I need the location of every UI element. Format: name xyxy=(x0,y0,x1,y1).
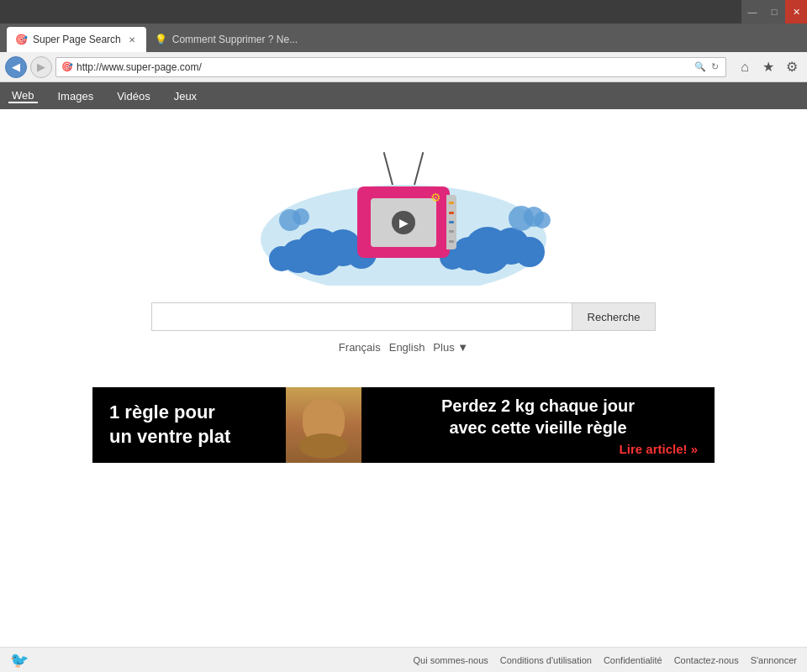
address-bar-row: ◀ ▶ 🎯 http://www.super-page.com/ 🔍 ↻ ⌂ ★… xyxy=(0,52,807,82)
svg-point-13 xyxy=(534,212,551,228)
nav-bar: Web Images Vidéos Jeux xyxy=(0,82,807,109)
tab-label-2: Comment Supprimer ? Ne... xyxy=(172,34,298,45)
logo-area: ⚙ ▶ xyxy=(227,126,580,286)
search-button[interactable]: Recherche xyxy=(572,302,657,331)
tv-dot-5 xyxy=(449,240,454,243)
nav-item-images[interactable]: Images xyxy=(55,90,98,102)
window-controls: — □ ✕ xyxy=(741,0,807,24)
footer-bird-icon: 🐦 xyxy=(10,651,29,669)
browser-actions: ⌂ ★ ⚙ xyxy=(735,57,802,77)
footer-link-confidentialite[interactable]: Confidentialité xyxy=(604,655,662,665)
lang-english[interactable]: English xyxy=(389,341,425,354)
forward-button[interactable]: ▶ xyxy=(30,56,52,78)
nav-item-videos[interactable]: Vidéos xyxy=(113,90,154,102)
tab-favicon-2: 💡 xyxy=(155,34,167,45)
footer-link-annoncer[interactable]: S'annoncer xyxy=(751,655,797,665)
ad-image xyxy=(286,387,361,463)
nav-item-jeux[interactable]: Jeux xyxy=(171,90,200,102)
favorites-button[interactable]: ★ xyxy=(758,57,778,77)
title-bar: — □ ✕ xyxy=(0,0,807,24)
tab-comment-supprimer[interactable]: 💡 Comment Supprimer ? Ne... xyxy=(146,27,306,52)
maximize-button[interactable]: □ xyxy=(763,0,785,24)
back-button[interactable]: ◀ xyxy=(5,56,27,78)
footer: 🐦 Qui sommes-nous Conditions d'utilisati… xyxy=(0,647,807,672)
footer-logo: 🐦 xyxy=(10,651,29,669)
footer-link-conditions[interactable]: Conditions d'utilisation xyxy=(500,655,592,665)
settings-button[interactable]: ⚙ xyxy=(782,57,802,77)
antenna-left xyxy=(383,152,393,185)
ad-left-text: 1 règle pour un ventre plat xyxy=(92,388,286,461)
ad-link[interactable]: Lire article! » xyxy=(378,442,698,456)
ad-right-content: Perdez 2 kg chaque jour avec cette vieil… xyxy=(361,387,715,463)
svg-point-15 xyxy=(293,208,309,225)
footer-link-contact[interactable]: Contactez-nous xyxy=(674,655,739,665)
language-links: Français English Plus ▼ xyxy=(339,341,468,354)
tv-dot-3 xyxy=(449,221,454,223)
tv-screen: ▶ xyxy=(371,198,436,247)
tv-dot-4 xyxy=(449,230,454,233)
tab-favicon-1: 🎯 xyxy=(15,34,28,45)
tab-label-1: Super Page Search xyxy=(33,34,121,45)
footer-link-qui[interactable]: Qui sommes-nous xyxy=(414,655,488,665)
address-box[interactable]: 🎯 http://www.super-page.com/ 🔍 ↻ xyxy=(55,57,726,77)
antenna-right xyxy=(414,152,424,185)
svg-point-8 xyxy=(514,237,545,267)
home-button[interactable]: ⌂ xyxy=(735,57,755,77)
site-favicon-icon: 🎯 xyxy=(61,61,73,72)
tab-super-page-search[interactable]: 🎯 Super Page Search ✕ xyxy=(7,27,146,52)
tv-gear-icon: ⚙ xyxy=(430,191,441,204)
tv-dot-2 xyxy=(449,212,454,214)
svg-point-5 xyxy=(269,246,294,271)
minimize-button[interactable]: — xyxy=(741,0,763,24)
lang-plus[interactable]: Plus ▼ xyxy=(433,341,468,354)
url-text: http://www.super-page.com/ xyxy=(76,61,689,73)
tv-antennas xyxy=(392,151,415,185)
lang-francais[interactable]: Français xyxy=(339,341,381,354)
ad-main-text: Perdez 2 kg chaque jour avec cette vieil… xyxy=(378,395,698,438)
tv-body: ⚙ ▶ xyxy=(357,186,450,258)
search-address-icon[interactable]: 🔍 xyxy=(693,60,708,74)
tv-side-panel xyxy=(446,195,456,249)
tv-dot-1 xyxy=(449,202,454,204)
close-button[interactable]: ✕ xyxy=(785,0,807,24)
tab-bar: 🎯 Super Page Search ✕ 💡 Comment Supprime… xyxy=(0,24,807,52)
search-area: Recherche xyxy=(151,302,657,331)
tv-illustration: ⚙ ▶ xyxy=(357,151,450,258)
refresh-button[interactable]: ↻ xyxy=(709,60,720,74)
ad-banner[interactable]: 1 règle pour un ventre plat Perdez 2 kg … xyxy=(92,387,715,463)
address-actions: 🔍 ↻ xyxy=(693,60,720,74)
main-content: ⚙ ▶ Recherche Français English Plus ▼ xyxy=(0,109,807,588)
tab-close-1[interactable]: ✕ xyxy=(126,34,138,45)
footer-links: Qui sommes-nous Conditions d'utilisation… xyxy=(414,655,797,665)
nav-item-web[interactable]: Web xyxy=(8,89,38,103)
play-button-icon: ▶ xyxy=(392,211,415,234)
search-input[interactable] xyxy=(151,302,572,331)
